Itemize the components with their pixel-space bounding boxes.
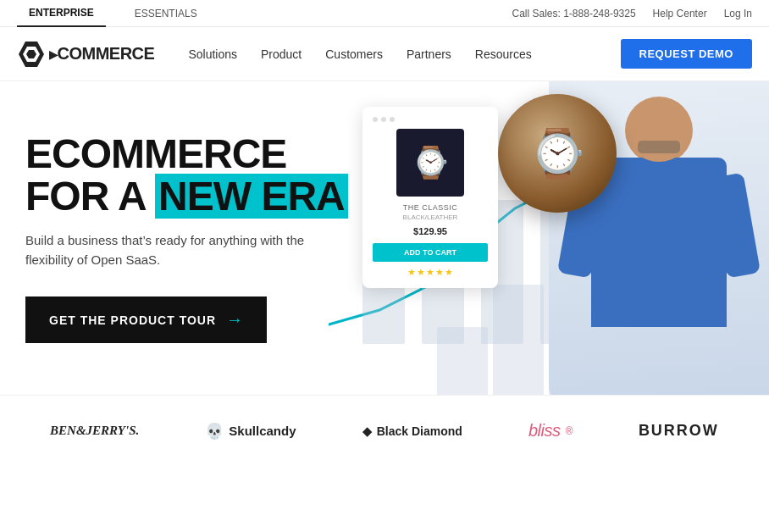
add-to-cart-button[interactable]: ADD TO CART <box>373 243 488 262</box>
brand-burrow[interactable]: BURROW <box>639 422 719 440</box>
skullcandy-text: Skullcandy <box>229 424 296 438</box>
dot-3 <box>390 117 395 122</box>
hero-section: ECOMMERCE FOR A NEW ERA Build a business… <box>0 81 769 395</box>
arrow-icon: → <box>226 310 243 330</box>
help-center-link[interactable]: Help Center <box>653 8 707 19</box>
logo[interactable]: ▶COMMERCE <box>17 40 154 69</box>
watch-icon: ⌚ <box>412 145 450 180</box>
logo-text: ▶COMMERCE <box>49 44 154 64</box>
watch-image: ⌚ <box>396 129 464 197</box>
brand-skullcandy[interactable]: 💀 Skullcandy <box>205 422 296 441</box>
tab-enterprise[interactable]: ENTERPRISE <box>17 0 106 27</box>
hero-subtitle: Build a business that’s ready for anythi… <box>25 231 330 269</box>
top-bar-right: Call Sales: 1-888-248-9325 Help Center L… <box>512 8 753 19</box>
nav-solutions[interactable]: Solutions <box>188 47 237 61</box>
top-bar-tabs: ENTERPRISE ESSENTIALS <box>17 0 209 27</box>
card-stars: ★★★★★ <box>373 267 488 278</box>
ben-jerrys-text: BEN&JERRY'S. <box>50 424 139 438</box>
tab-essentials[interactable]: ESSENTIALS <box>123 0 209 27</box>
nav-product[interactable]: Product <box>261 47 302 61</box>
login-link[interactable]: Log In <box>724 8 752 19</box>
bliss-text: bliss <box>528 421 561 441</box>
nav-resources[interactable]: Resources <box>475 47 532 61</box>
hero-visual: ⌚ THE CLASSIC BLACK/LEATHER $129.95 ADD … <box>329 81 769 395</box>
dot-1 <box>373 117 378 122</box>
nav-customers[interactable]: Customers <box>325 47 383 61</box>
nav-links: Solutions Product Customers Partners Res… <box>188 47 620 61</box>
card-product-title: THE CLASSIC <box>373 203 488 212</box>
brand-black-diamond[interactable]: ◆ Black Diamond <box>362 424 462 438</box>
hero-title: ECOMMERCE FOR A NEW ERA <box>25 133 348 219</box>
brand-bliss[interactable]: bliss® <box>528 421 573 441</box>
main-nav: ▶COMMERCE Solutions Product Customers Pa… <box>0 27 769 81</box>
skull-icon: 💀 <box>205 422 224 441</box>
dot-2 <box>381 117 386 122</box>
brand-ben-jerrys[interactable]: BEN&JERRY'S. <box>50 424 139 438</box>
phone-number: Call Sales: 1-888-248-9325 <box>512 8 636 19</box>
hero-highlight: NEW ERA <box>155 174 348 219</box>
brand-logos-section: BEN&JERRY'S. 💀 Skullcandy ◆ Black Diamon… <box>0 395 769 466</box>
hero-cta-button[interactable]: GET THE PRODUCT TOUR → <box>25 296 267 343</box>
big-watch-display: ⌚ <box>498 94 633 230</box>
burrow-text: BURROW <box>639 422 719 440</box>
product-card: ⌚ THE CLASSIC BLACK/LEATHER $129.95 ADD … <box>362 107 498 288</box>
hero-content: ECOMMERCE FOR A NEW ERA Build a business… <box>25 133 348 344</box>
black-diamond-text: Black Diamond <box>377 424 462 438</box>
card-price: $129.95 <box>373 226 488 236</box>
hero-cta-text: GET THE PRODUCT TOUR <box>49 313 216 327</box>
diamond-icon: ◆ <box>362 424 372 438</box>
watch-circle: ⌚ <box>498 94 617 213</box>
request-demo-button[interactable]: REQUEST DEMO <box>621 39 752 69</box>
nav-partners[interactable]: Partners <box>407 47 451 61</box>
card-dots <box>373 117 488 122</box>
card-product-subtitle: BLACK/LEATHER <box>373 213 488 221</box>
top-bar: ENTERPRISE ESSENTIALS Call Sales: 1-888-… <box>0 0 769 27</box>
